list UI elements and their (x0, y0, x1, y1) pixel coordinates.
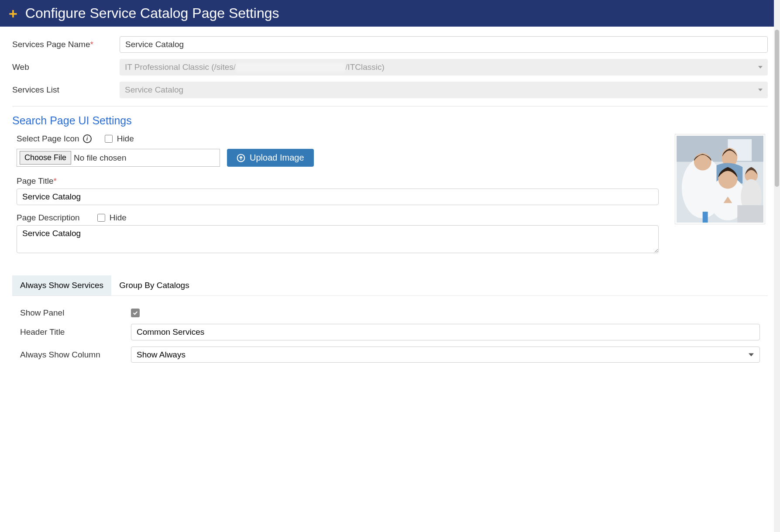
check-icon (132, 310, 138, 316)
page-description-label: Page Description (17, 213, 80, 223)
web-value-redacted: xxxxxxxxxxxxxxxxxxxxxxxxxx (236, 62, 345, 72)
upload-image-label: Upload Image (250, 153, 304, 163)
svg-point-5 (694, 153, 711, 171)
hide-icon-checkbox[interactable] (105, 135, 113, 143)
always-show-column-label: Always Show Column (20, 350, 124, 360)
page-description-textarea[interactable]: Service Catalog (17, 225, 659, 253)
scrollbar[interactable] (774, 0, 780, 391)
services-list-row: Services List Service Catalog (12, 82, 768, 98)
page-header: + Configure Service Catalog Page Setting… (0, 0, 780, 27)
select-page-icon-label-group: Select Page Icon i (17, 134, 92, 144)
ui-settings-left: Select Page Icon i Hide Choose File No f… (12, 134, 659, 263)
chevron-down-icon (758, 66, 763, 69)
header-title-input[interactable] (131, 324, 760, 340)
preview-image (675, 134, 765, 224)
page-title-block: Page Title* (17, 176, 659, 205)
svg-rect-11 (737, 205, 763, 223)
upload-icon (237, 154, 245, 162)
header-title-row: Header Title (20, 324, 760, 340)
web-value-suffix: /ITClassic) (345, 62, 385, 72)
ui-settings-wrap: Select Page Icon i Hide Choose File No f… (12, 134, 768, 263)
services-page-name-input[interactable] (120, 36, 768, 53)
choose-file-button[interactable]: Choose File (20, 151, 71, 165)
hide-description-checkbox[interactable] (97, 214, 105, 222)
content-area: Services Page Name* Web IT Professional … (0, 27, 780, 391)
services-list-dropdown: Service Catalog (120, 82, 768, 98)
web-row: Web IT Professional Classic (/sites/xxxx… (12, 59, 768, 76)
section-divider (12, 106, 768, 106)
web-dropdown: IT Professional Classic (/sites/xxxxxxxx… (120, 59, 768, 76)
services-list-value: Service Catalog (125, 85, 183, 95)
file-upload-row: Choose File No file chosen Upload Image (17, 149, 659, 167)
plus-icon: + (9, 6, 17, 21)
select-page-icon-row: Select Page Icon i Hide (17, 134, 659, 144)
page-title-label: Page Title* (17, 176, 57, 186)
hide-icon-checkbox-group: Hide (105, 134, 134, 144)
page-title-input[interactable] (17, 189, 659, 205)
services-page-name-label: Services Page Name* (12, 40, 113, 49)
services-page-name-row: Services Page Name* (12, 36, 768, 53)
upload-image-button[interactable]: Upload Image (227, 149, 314, 167)
web-value-prefix: IT Professional Classic (/sites/ (125, 62, 236, 72)
always-show-column-select[interactable]: Show Always (131, 347, 760, 363)
tab-group-by-catalogs[interactable]: Group By Catalogs (111, 275, 197, 295)
section-title: Search Page UI Settings (12, 114, 768, 127)
scrollbar-thumb[interactable] (775, 30, 779, 187)
show-panel-checkbox[interactable] (131, 309, 140, 317)
show-panel-label: Show Panel (20, 308, 124, 318)
always-show-column-select-wrap: Show Always (131, 347, 760, 363)
hide-description-label: Hide (110, 213, 127, 223)
tabs-container: Always Show Services Group By Catalogs (12, 275, 768, 296)
info-icon[interactable]: i (83, 134, 92, 143)
svg-rect-12 (703, 212, 708, 223)
file-status-text: No file chosen (74, 153, 126, 163)
select-page-icon-label: Select Page Icon (17, 134, 79, 144)
tab-always-show-services[interactable]: Always Show Services (12, 275, 111, 295)
chevron-down-icon (758, 89, 763, 91)
page-title-header: Configure Service Catalog Page Settings (25, 5, 279, 21)
file-input-box[interactable]: Choose File No file chosen (17, 149, 220, 167)
show-panel-row: Show Panel (20, 308, 760, 318)
services-list-label: Services List (12, 85, 113, 95)
header-title-label: Header Title (20, 327, 124, 337)
tab-content: Show Panel Header Title Always Show Colu… (12, 296, 768, 373)
hide-icon-label: Hide (117, 134, 134, 144)
ui-settings-right (672, 134, 768, 263)
page-description-block: Page Description Hide Service Catalog (17, 213, 659, 255)
web-label: Web (12, 62, 113, 72)
hide-description-checkbox-group: Hide (97, 213, 127, 223)
always-show-column-row: Always Show Column Show Always (20, 347, 760, 363)
